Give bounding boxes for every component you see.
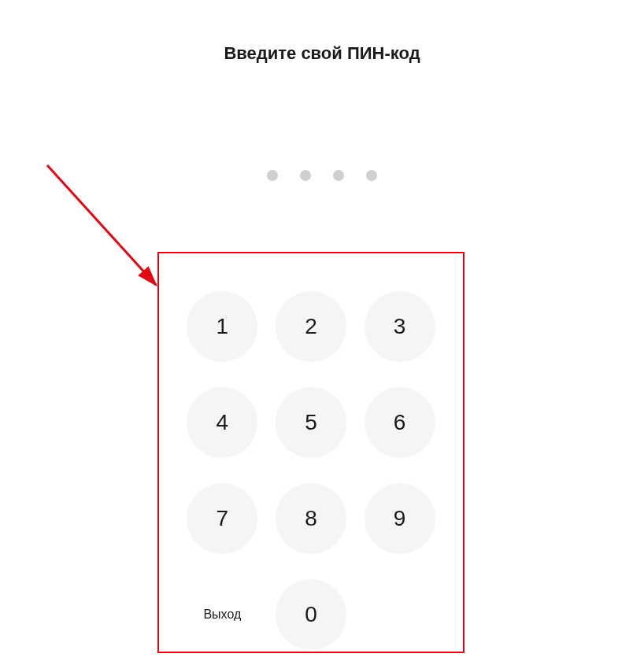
exit-button[interactable]: Выход [203, 607, 241, 622]
pin-dot-2 [300, 170, 311, 181]
keypad-key-2[interactable]: 2 [276, 291, 346, 362]
keypad-key-6[interactable]: 6 [365, 387, 435, 458]
page-title: Введите свой ПИН-код [0, 0, 644, 64]
keypad-key-1[interactable]: 1 [187, 291, 257, 362]
keypad-key-3[interactable]: 3 [365, 291, 435, 362]
keypad-key-8[interactable]: 8 [276, 483, 346, 554]
keypad-key-0[interactable]: 0 [276, 579, 346, 650]
keypad-key-4[interactable]: 4 [187, 387, 257, 458]
svg-line-1 [47, 165, 156, 285]
keypad-highlight-box: 1 2 3 4 5 6 7 8 9 Выход 0 [157, 252, 464, 653]
keypad-key-5[interactable]: 5 [276, 387, 346, 458]
pin-dot-1 [267, 170, 278, 181]
keypad-key-7[interactable]: 7 [187, 483, 257, 554]
pin-dot-3 [333, 170, 344, 181]
keypad: 1 2 3 4 5 6 7 8 9 Выход 0 [159, 253, 463, 661]
pin-indicator [0, 170, 644, 181]
keypad-empty-cell [365, 579, 435, 650]
pin-dot-4 [366, 170, 377, 181]
keypad-key-9[interactable]: 9 [365, 483, 435, 554]
